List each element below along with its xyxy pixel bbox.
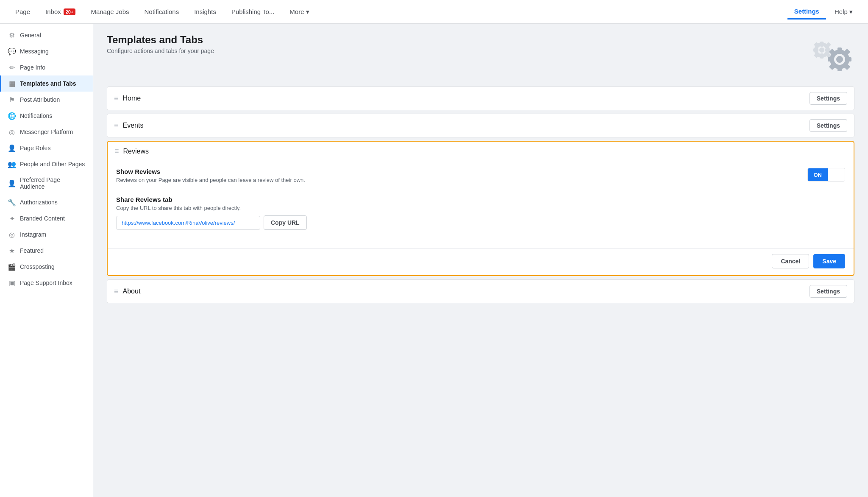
instagram-icon: ◎ xyxy=(8,231,16,238)
tab-label-home: Home xyxy=(123,95,141,102)
flag-icon: ⚑ xyxy=(8,96,16,103)
save-button[interactable]: Save xyxy=(813,254,845,268)
copy-url-button[interactable]: Copy URL xyxy=(264,215,307,230)
url-row: Copy URL xyxy=(116,215,845,230)
nav-right-items: Settings Help ▾ xyxy=(787,4,860,20)
nav-more[interactable]: More ▾ xyxy=(283,5,316,19)
sidebar-item-notifications[interactable]: 🌐 Notifications xyxy=(0,108,93,124)
reviews-card-body: Show Reviews Reviews on your Page are vi… xyxy=(108,161,854,245)
circle-icon: ◎ xyxy=(8,128,16,136)
nav-settings[interactable]: Settings xyxy=(787,4,826,20)
tab-label-about: About xyxy=(123,288,141,295)
page-subtitle: Configure actions and tabs for your page xyxy=(107,47,214,54)
audience-icon: 👤 xyxy=(8,179,16,187)
events-settings-button[interactable]: Settings xyxy=(810,119,847,132)
sidebar-item-page-roles[interactable]: 👤 Page Roles xyxy=(0,140,93,156)
svg-rect-5 xyxy=(825,48,830,52)
main-layout: ⚙ General 💬 Messaging ✏ Page Info ▦ Temp… xyxy=(0,24,868,497)
show-reviews-desc: Reviews on your Page are visible and peo… xyxy=(116,177,305,183)
cancel-button[interactable]: Cancel xyxy=(772,254,809,268)
toggle-on[interactable]: ON xyxy=(808,168,828,181)
show-reviews-text: Show Reviews Reviews on your Page are vi… xyxy=(116,168,305,187)
about-settings-button[interactable]: Settings xyxy=(810,285,847,298)
grid-icon: ▦ xyxy=(8,80,16,87)
sidebar-item-branded-content[interactable]: ✦ Branded Content xyxy=(0,210,93,226)
nav-manage-jobs[interactable]: Manage Jobs xyxy=(84,5,136,19)
gear-svg xyxy=(804,34,854,76)
tab-row-events: ≡ Events Settings xyxy=(107,114,854,137)
toggle-off[interactable] xyxy=(828,168,845,181)
sidebar-item-general[interactable]: ⚙ General xyxy=(0,27,93,43)
sidebar: ⚙ General 💬 Messaging ✏ Page Info ▦ Temp… xyxy=(0,24,93,497)
tab-row-about-left: ≡ About xyxy=(114,287,140,296)
globe-icon: 🌐 xyxy=(8,112,16,120)
svg-rect-13 xyxy=(837,65,842,71)
tab-label-reviews: Reviews xyxy=(123,148,149,155)
svg-point-11 xyxy=(836,56,843,63)
sidebar-item-messenger-platform[interactable]: ◎ Messenger Platform xyxy=(0,124,93,140)
video-icon: 🎬 xyxy=(8,263,16,271)
svg-rect-2 xyxy=(820,42,823,47)
nav-insights[interactable]: Insights xyxy=(187,5,223,19)
wrench-icon: 🔧 xyxy=(8,198,16,206)
main-content: Templates and Tabs Configure actions and… xyxy=(93,24,868,497)
sidebar-item-templates-tabs[interactable]: ▦ Templates and Tabs xyxy=(0,75,93,92)
toggle-row: Show Reviews Reviews on your Page are vi… xyxy=(116,168,845,187)
page-title: Templates and Tabs xyxy=(107,34,214,46)
messaging-icon: 💬 xyxy=(8,47,16,55)
top-navigation: Page Inbox 20+ Manage Jobs Notifications… xyxy=(0,0,868,24)
tab-row-home-left: ≡ Home xyxy=(114,94,141,103)
show-reviews-title: Show Reviews xyxy=(116,168,305,175)
sidebar-item-crossposting[interactable]: 🎬 Crossposting xyxy=(0,259,93,275)
nav-notifications[interactable]: Notifications xyxy=(137,5,186,19)
drag-icon-about: ≡ xyxy=(114,287,119,296)
sidebar-item-authorizations[interactable]: 🔧 Authorizations xyxy=(0,194,93,210)
sidebar-item-instagram[interactable]: ◎ Instagram xyxy=(0,226,93,243)
gear-graphic xyxy=(804,34,854,76)
show-reviews-section: Show Reviews Reviews on your Page are vi… xyxy=(116,168,845,187)
share-reviews-desc: Copy the URL to share this tab with peop… xyxy=(116,205,845,211)
share-reviews-section: Share Reviews tab Copy the URL to share … xyxy=(116,196,845,230)
page-header: Templates and Tabs Configure actions and… xyxy=(107,34,854,76)
sidebar-item-messaging[interactable]: 💬 Messaging xyxy=(0,43,93,59)
reviews-card-header: ≡ Reviews xyxy=(108,142,854,161)
tab-row-events-left: ≡ Events xyxy=(114,121,143,130)
reviews-card: ≡ Reviews Show Reviews Reviews on your P… xyxy=(107,141,854,276)
svg-rect-12 xyxy=(837,47,842,53)
nav-publishing-tools[interactable]: Publishing To... xyxy=(225,5,281,19)
sidebar-item-post-attribution[interactable]: ⚑ Post Attribution xyxy=(0,92,93,108)
nav-page[interactable]: Page xyxy=(8,5,37,19)
sidebar-item-preferred-page-audience[interactable]: 👤 Preferred Page Audience xyxy=(0,172,93,194)
nav-left-items: Page Inbox 20+ Manage Jobs Notifications… xyxy=(8,5,787,19)
nav-help[interactable]: Help ▾ xyxy=(828,4,860,20)
svg-rect-15 xyxy=(846,57,851,61)
gear-icon: ⚙ xyxy=(8,31,16,39)
drag-icon-reviews: ≡ xyxy=(114,147,119,156)
person-icon: 👤 xyxy=(8,144,16,152)
branded-icon: ✦ xyxy=(8,215,16,222)
tab-label-events: Events xyxy=(123,122,144,129)
sidebar-item-page-info[interactable]: ✏ Page Info xyxy=(0,59,93,75)
people-icon: 👥 xyxy=(8,160,16,168)
tab-row-home: ≡ Home Settings xyxy=(107,87,854,110)
tab-row-about: ≡ About Settings xyxy=(107,279,854,303)
svg-rect-14 xyxy=(828,57,834,61)
reviews-footer: Cancel Save xyxy=(108,248,854,275)
sidebar-item-people-other-pages[interactable]: 👥 People and Other Pages xyxy=(0,156,93,172)
reviews-url-input[interactable] xyxy=(116,216,260,230)
nav-inbox[interactable]: Inbox 20+ xyxy=(39,5,82,19)
drag-icon-events: ≡ xyxy=(114,121,119,130)
sidebar-item-featured[interactable]: ★ Featured xyxy=(0,243,93,259)
share-reviews-title: Share Reviews tab xyxy=(116,196,845,203)
sidebar-item-page-support-inbox[interactable]: ▣ Page Support Inbox xyxy=(0,275,93,291)
page-header-text: Templates and Tabs Configure actions and… xyxy=(107,34,214,54)
drag-icon-home: ≡ xyxy=(114,94,119,103)
reviews-toggle[interactable]: ON xyxy=(807,168,846,181)
star-icon: ★ xyxy=(8,247,16,254)
pencil-icon: ✏ xyxy=(8,64,16,71)
inbox-badge: 20+ xyxy=(64,8,76,15)
support-icon: ▣ xyxy=(8,279,16,287)
home-settings-button[interactable]: Settings xyxy=(810,92,847,105)
svg-point-1 xyxy=(819,47,824,53)
svg-rect-3 xyxy=(820,53,823,59)
